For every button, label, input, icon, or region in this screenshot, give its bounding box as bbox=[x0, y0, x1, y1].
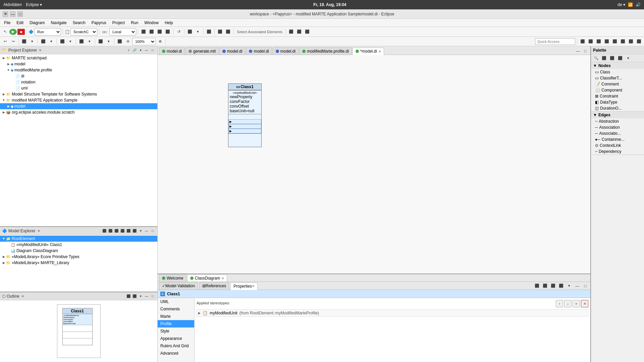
tb2-btn6[interactable]: ▾ bbox=[105, 38, 112, 45]
outline-menu-btn[interactable]: ▾ bbox=[138, 294, 143, 299]
close-button[interactable]: ✕ bbox=[3, 11, 8, 17]
palette-abstraction[interactable]: ╌ Abstraction bbox=[591, 118, 644, 124]
props-nav-comments[interactable]: Comments bbox=[158, 305, 194, 313]
palette-constraint[interactable]: ⊠ Constraint bbox=[591, 93, 644, 99]
project-tree[interactable]: ▶ 📁 MARTE scratchpad ▶ ◆ model ▼ ◆ modif… bbox=[0, 54, 157, 226]
perspective-btn3[interactable]: ⬛ bbox=[595, 38, 602, 45]
palette-durationo[interactable]: ◫ DurationO... bbox=[591, 105, 644, 111]
tree-root-element[interactable]: ▼ 📁 RootElement bbox=[0, 236, 157, 242]
stereotype-up-btn[interactable]: ↑ bbox=[556, 300, 563, 307]
tab-classdiagram[interactable]: ClassDiagram ✕ bbox=[187, 275, 227, 282]
tb2-btn3[interactable]: ⬛ bbox=[78, 38, 85, 45]
tree-modifiedmarte[interactable]: ▼ ◆ modifiedMarte.profile bbox=[0, 67, 157, 73]
zoom-select[interactable]: 100% 75% 150% bbox=[132, 38, 156, 45]
tb-btn-6[interactable]: ▾ bbox=[194, 28, 202, 36]
perspective-btn5[interactable]: ⬛ bbox=[611, 38, 619, 45]
palette-settings-btn[interactable]: ⬛ bbox=[616, 55, 624, 62]
props-tab-references[interactable]: ⊞ References bbox=[199, 282, 229, 290]
tb-misc1[interactable]: ⬛ bbox=[287, 28, 295, 36]
stereotype-add-btn[interactable]: + bbox=[573, 300, 580, 307]
language-selector[interactable]: de ▾ bbox=[618, 2, 625, 7]
run-config-select[interactable]: Run bbox=[34, 28, 61, 36]
palette-component[interactable]: ⬜ Component bbox=[591, 87, 644, 93]
editor-area-maximize[interactable]: □ bbox=[582, 47, 589, 55]
props-menu-btn[interactable]: ▾ bbox=[566, 282, 573, 290]
aktivitaten-label[interactable]: Aktivitäten bbox=[3, 2, 22, 7]
props-btn3[interactable]: ⬛ bbox=[549, 282, 557, 290]
me-btn1[interactable]: ⬛ bbox=[102, 228, 107, 234]
tb-btn-4[interactable]: ⬛ bbox=[164, 28, 171, 36]
tree-model-selected[interactable]: ▶ ◆ model bbox=[0, 103, 157, 109]
props-minimize-btn[interactable]: — bbox=[574, 282, 581, 290]
props-btn4[interactable]: ⬛ bbox=[557, 282, 565, 290]
outline-maximize-btn[interactable]: □ bbox=[150, 294, 155, 299]
me-btn6[interactable]: ⬛ bbox=[132, 228, 137, 234]
pe-menu-btn[interactable]: ▾ bbox=[138, 48, 143, 53]
props-maximize-btn[interactable]: □ bbox=[582, 282, 589, 290]
refresh-button[interactable]: ↺ bbox=[175, 28, 182, 36]
select-tool-button[interactable]: ↖ bbox=[1, 28, 9, 36]
tb2-btn4[interactable]: ▾ bbox=[86, 38, 93, 45]
run-button[interactable]: ▶ bbox=[9, 29, 17, 35]
props-nav-appearance[interactable]: Appearance bbox=[158, 335, 194, 342]
tb-btn-3[interactable]: ⬛ bbox=[156, 28, 163, 36]
menu-project[interactable]: Project bbox=[110, 20, 127, 26]
tree-diagram[interactable]: 📊 Diagram ClassDiagram bbox=[0, 248, 157, 254]
tb2-btn5[interactable]: ⬛ bbox=[97, 38, 104, 45]
tab-generate-mtl[interactable]: generate.mtl bbox=[185, 47, 219, 55]
eclipse-menu[interactable]: Eclipse ▾ bbox=[26, 2, 42, 7]
tree-ecore[interactable]: ▶ 📁 «ModelLibrary» Ecore Primitive Types bbox=[0, 254, 157, 260]
perspective-btn6[interactable]: ⬛ bbox=[619, 38, 627, 45]
palette-menu-btn[interactable]: ▾ bbox=[625, 55, 632, 62]
props-btn1[interactable]: ⬛ bbox=[533, 282, 541, 290]
props-tab-validation[interactable]: ✓ Model Validation bbox=[159, 282, 198, 290]
minimize-button[interactable]: — bbox=[10, 11, 15, 17]
tree-model[interactable]: ▶ ◆ model bbox=[0, 61, 157, 67]
scratch-select[interactable]: ScratchC bbox=[70, 28, 97, 36]
editor-area-minimize[interactable]: — bbox=[574, 47, 582, 55]
tb2-btn1[interactable]: ⬛ bbox=[40, 38, 47, 45]
me-btn4[interactable]: ⬛ bbox=[120, 228, 125, 234]
align-button[interactable]: ⬛ bbox=[59, 38, 66, 45]
me-menu-btn[interactable]: ▾ bbox=[138, 228, 143, 234]
palette-edges-header[interactable]: ▼ Edges bbox=[591, 112, 644, 118]
project-explorer-close-icon[interactable]: ✕ bbox=[39, 49, 42, 52]
menu-diagram[interactable]: Diagram bbox=[27, 20, 47, 26]
quick-access-input[interactable] bbox=[535, 38, 575, 45]
palette-collapse-btn[interactable]: ⬛ bbox=[608, 55, 616, 62]
props-tab-close[interactable]: ✕ bbox=[252, 284, 255, 288]
me-minimize-btn[interactable]: — bbox=[144, 228, 149, 234]
arrange-button[interactable]: ⬛ bbox=[20, 38, 28, 45]
perspectives-button[interactable]: ⬛ bbox=[224, 28, 232, 36]
tb2-btn2[interactable]: ▾ bbox=[48, 38, 55, 45]
tb-btn-1[interactable]: ⬛ bbox=[140, 28, 147, 36]
perspective-btn8[interactable]: ⬛ bbox=[635, 38, 643, 45]
me-btn5[interactable]: ⬛ bbox=[126, 228, 131, 234]
uml-class-1[interactable]: ▭ Class1 «myModifiedUnit» newProperty co… bbox=[228, 83, 262, 147]
perspective-btn7[interactable]: ⬛ bbox=[627, 38, 635, 45]
tab-model-di-3[interactable]: model.di bbox=[246, 47, 272, 55]
menu-search[interactable]: Search bbox=[70, 20, 88, 26]
palette-contextlink[interactable]: ⊙ ContextLink bbox=[591, 142, 644, 148]
palette-dependency[interactable]: ╌ Dependency bbox=[591, 148, 644, 155]
props-nav-uml[interactable]: UML bbox=[158, 298, 194, 305]
props-btn2[interactable]: ⬛ bbox=[541, 282, 549, 290]
menu-file[interactable]: File bbox=[1, 20, 13, 26]
window-controls[interactable]: ✕ — □ bbox=[3, 11, 23, 17]
palette-containme[interactable]: ●─ Containme... bbox=[591, 136, 644, 142]
tree-uml[interactable]: 📄 uml bbox=[0, 85, 157, 91]
grid-btn[interactable]: ⬛ bbox=[116, 38, 123, 45]
me-btn3[interactable]: ⬛ bbox=[114, 228, 119, 234]
props-nav-rulers[interactable]: Rulers And Grid bbox=[158, 342, 194, 350]
menu-papyrus[interactable]: Papyrus bbox=[89, 20, 109, 26]
outline-minimize-btn[interactable]: — bbox=[144, 294, 149, 299]
tab-model-di-1[interactable]: model.di bbox=[159, 47, 185, 55]
zoom-in-btn[interactable]: ⊕ bbox=[156, 38, 164, 45]
props-nav-profile[interactable]: Profile bbox=[158, 320, 194, 327]
model-explorer-close-icon[interactable]: ✕ bbox=[38, 229, 40, 233]
tb-misc3[interactable]: ⬛ bbox=[304, 28, 311, 36]
palette-layout-btn[interactable]: ⬛ bbox=[600, 55, 608, 62]
pe-collapse-btn[interactable]: ▿ bbox=[126, 48, 131, 53]
tree-acceleo[interactable]: ▶ 📦 org.eclipse.acceleo.module.scratch bbox=[0, 109, 157, 115]
menu-run[interactable]: Run bbox=[128, 20, 141, 26]
